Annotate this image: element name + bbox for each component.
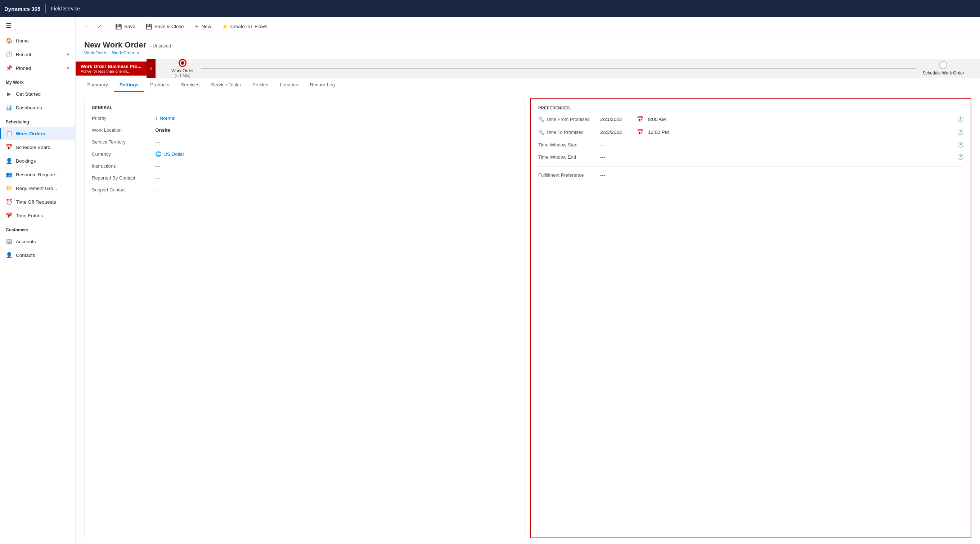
time-off-icon: ⏰ bbox=[6, 198, 12, 205]
tab-record-log[interactable]: Record Log bbox=[304, 78, 340, 92]
clock-icon-4[interactable]: 🕐 bbox=[957, 154, 963, 160]
form-content: GENERAL Priority ↕ Normal Work Location … bbox=[76, 92, 980, 544]
hamburger-menu[interactable]: ☰ bbox=[0, 17, 75, 34]
sidebar-item-bookings[interactable]: 👤 Bookings bbox=[0, 154, 75, 168]
sidebar-item-pinned[interactable]: 📌 Pinned ∨ bbox=[0, 61, 75, 75]
time-from-date: 2/21/2023 bbox=[600, 117, 633, 122]
sidebar-item-label: Time Off Requests bbox=[16, 199, 56, 205]
work-location-label: Work Location bbox=[92, 127, 150, 133]
chevron-down-icon: ∨ bbox=[67, 66, 70, 71]
sidebar-item-label: Schedule Board bbox=[16, 144, 50, 150]
stage-item-work-order[interactable]: Work Order (< 1 Min) bbox=[164, 57, 201, 79]
calendar-icon-1[interactable]: 📅 bbox=[637, 116, 644, 122]
sidebar-item-label: Dashboards bbox=[16, 105, 42, 111]
create-iot-button[interactable]: ⚡ Create IoT Flows bbox=[217, 21, 272, 32]
sidebar-item-time-entries[interactable]: 📅 Time Entries bbox=[0, 209, 75, 222]
sidebar-item-get-started[interactable]: ▶ Get Started bbox=[0, 87, 75, 101]
pin-icon: 📌 bbox=[6, 65, 12, 71]
breadcrumb-parent[interactable]: Work Order bbox=[84, 50, 107, 56]
currency-field: Currency 🌐 US Dollar bbox=[92, 151, 517, 157]
tab-services[interactable]: Services bbox=[175, 78, 205, 92]
bookings-icon: 👤 bbox=[6, 158, 12, 164]
general-section: GENERAL Priority ↕ Normal Work Location … bbox=[84, 98, 525, 538]
sidebar-item-work-orders[interactable]: 📋 Work Orders bbox=[0, 127, 75, 140]
instructions-field: Instructions --- bbox=[92, 163, 517, 169]
stage-active-card[interactable]: Work Order Business Pro... Active for le… bbox=[76, 62, 146, 76]
globe-icon: 🌐 bbox=[155, 151, 161, 157]
sidebar-item-label: Bookings bbox=[16, 158, 36, 164]
time-to-row: 🔍 Time To Promised 2/23/2023 📅 12:00 PM … bbox=[538, 129, 963, 135]
tab-articles[interactable]: Articles bbox=[247, 78, 274, 92]
home-icon: 🏠 bbox=[6, 37, 12, 44]
service-territory-field: Service Territory --- bbox=[92, 139, 517, 144]
reported-by-value: --- bbox=[155, 175, 160, 181]
tab-settings[interactable]: Settings bbox=[114, 78, 144, 92]
share-button[interactable]: ⤢ bbox=[94, 21, 105, 32]
sidebar-item-label: Contacts bbox=[16, 252, 35, 258]
clock-icon-3[interactable]: 🕐 bbox=[957, 142, 963, 147]
time-to-label: 🔍 Time To Promised bbox=[538, 130, 596, 135]
time-entries-icon: 📅 bbox=[6, 212, 12, 219]
app-name: Dynamics 365 bbox=[4, 6, 40, 12]
sidebar-item-contacts[interactable]: 👤 Contacts bbox=[0, 248, 75, 262]
sidebar-item-time-off[interactable]: ⏰ Time Off Requests bbox=[0, 195, 75, 209]
window-start-row: Time Window Start --- 🕐 bbox=[538, 142, 963, 147]
currency-link[interactable]: US Dollar bbox=[164, 151, 185, 157]
sidebar-item-dashboards[interactable]: 📊 Dashboards bbox=[0, 101, 75, 114]
sidebar-item-label: Time Entries bbox=[16, 213, 43, 218]
breadcrumb-current[interactable]: Work Order bbox=[112, 50, 134, 56]
work-location-field: Work Location Onsite bbox=[92, 127, 517, 133]
time-from-label: 🔍 Time From Promised bbox=[538, 117, 596, 122]
stage-collapse-button[interactable]: ‹ bbox=[146, 59, 156, 78]
sidebar-item-resource-req[interactable]: 👥 Resource Require... bbox=[0, 168, 75, 181]
reported-by-field: Reported By Contact --- bbox=[92, 175, 517, 181]
tab-products[interactable]: Products bbox=[144, 78, 175, 92]
sidebar-item-requirement-gro[interactable]: 📁 Requirement Gro... bbox=[0, 181, 75, 195]
record-header: New Work Order - Unsaved Work Order · Wo… bbox=[76, 36, 980, 56]
tab-summary[interactable]: Summary bbox=[81, 78, 114, 92]
clock-icon-2[interactable]: 🕐 bbox=[957, 129, 963, 135]
hamburger-icon: ☰ bbox=[6, 22, 11, 29]
preferences-section: PREFERENCES 🔍 Time From Promised 2/21/20… bbox=[530, 98, 971, 538]
sidebar-item-recent[interactable]: 🕐 Recent ∨ bbox=[0, 48, 75, 61]
new-button[interactable]: ＋ New bbox=[190, 21, 216, 32]
stage-label-schedule: Schedule Work Order bbox=[923, 71, 964, 76]
priority-link[interactable]: Normal bbox=[160, 116, 176, 121]
sidebar-item-label: Home bbox=[16, 38, 29, 44]
work-orders-icon: 📋 bbox=[6, 130, 12, 137]
clock-icon-1[interactable]: 🕐 bbox=[957, 116, 963, 122]
save-label: Save bbox=[124, 24, 135, 29]
tab-location[interactable]: Location bbox=[274, 78, 304, 92]
content-area: ← ⤢ 💾 Save 💾 Save & Close ＋ New ⚡ Create… bbox=[76, 17, 980, 544]
save-button[interactable]: 💾 Save bbox=[111, 21, 140, 32]
schedule-board-icon: 📅 bbox=[6, 144, 12, 151]
new-icon: ＋ bbox=[194, 23, 199, 30]
save-close-label: Save & Close bbox=[154, 24, 184, 29]
tab-service-tasks[interactable]: Service Tasks bbox=[205, 78, 247, 92]
sidebar-item-schedule-board[interactable]: 📅 Schedule Board bbox=[0, 140, 75, 154]
sidebar-item-accounts[interactable]: 🏢 Accounts bbox=[0, 235, 75, 248]
calendar-icon-2[interactable]: 📅 bbox=[637, 129, 644, 135]
work-location-value: Onsite bbox=[155, 127, 170, 133]
general-section-title: GENERAL bbox=[92, 105, 517, 110]
module-name: Field Service bbox=[51, 6, 80, 11]
time-from-time: 8:00 AM bbox=[648, 117, 673, 122]
sidebar-item-home[interactable]: 🏠 Home bbox=[0, 34, 75, 48]
sidebar-item-label: Accounts bbox=[16, 239, 36, 244]
preferences-section-title: PREFERENCES bbox=[538, 106, 963, 110]
back-button[interactable]: ← bbox=[81, 21, 93, 32]
breadcrumb: Work Order · Work Order ∨ bbox=[84, 50, 971, 56]
breadcrumb-chevron: ∨ bbox=[137, 50, 140, 56]
priority-sort-icon: ↕ bbox=[155, 116, 158, 121]
search-icon-1: 🔍 bbox=[538, 117, 544, 122]
save-close-button[interactable]: 💾 Save & Close bbox=[141, 21, 188, 32]
stage-item-schedule[interactable]: Schedule Work Order bbox=[916, 60, 971, 77]
create-iot-label: Create IoT Flows bbox=[231, 24, 267, 29]
window-end-date: --- bbox=[600, 154, 633, 160]
stage-card-name: Work Order Business Pro... bbox=[81, 64, 142, 69]
get-started-icon: ▶ bbox=[6, 90, 12, 97]
sidebar-item-label: Requirement Gro... bbox=[16, 186, 57, 191]
fulfillment-row: Fulfillment Preference --- bbox=[538, 172, 963, 178]
iot-icon: ⚡ bbox=[221, 24, 228, 30]
save-close-icon: 💾 bbox=[145, 24, 152, 30]
